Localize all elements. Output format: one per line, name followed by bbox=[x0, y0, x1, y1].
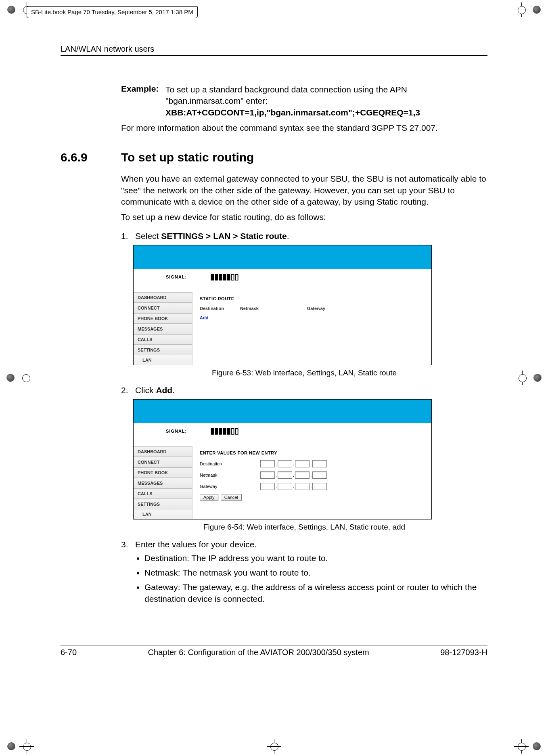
sidebar-item-calls[interactable]: CALLS bbox=[134, 488, 192, 499]
crop-cross-tr bbox=[514, 2, 529, 17]
step-2-bold: Add bbox=[156, 385, 172, 395]
ip-gw-input-1[interactable] bbox=[260, 483, 275, 490]
mock2-bluebar bbox=[134, 400, 431, 423]
step-3: 3. Enter the values for your device. Des… bbox=[121, 540, 487, 605]
sidebar-item-connect[interactable]: CONNECT bbox=[134, 457, 192, 467]
crop-cross-bl bbox=[19, 739, 34, 754]
step-1-bold: SETTINGS > LAN > Static route bbox=[161, 231, 287, 241]
sidebar-item-connect[interactable]: CONNECT bbox=[134, 303, 192, 313]
ip-mask-input-2[interactable] bbox=[278, 471, 292, 479]
sidebar-item-lan[interactable]: LAN bbox=[134, 509, 192, 519]
section-heading: 6.6.9 To set up static routing bbox=[61, 151, 487, 164]
bullet-destination: Destination: The IP address you want to … bbox=[144, 553, 487, 564]
example-label: Example: bbox=[121, 84, 165, 118]
ip-mask-input-4[interactable] bbox=[312, 471, 327, 479]
mock1-col-mask: Netmask bbox=[240, 306, 259, 311]
sidebar-item-messages[interactable]: MESSAGES bbox=[134, 324, 192, 334]
crop-ball-bl bbox=[4, 739, 19, 754]
sidebar-item-settings[interactable]: SETTINGS bbox=[134, 345, 192, 355]
crop-cross-bm bbox=[267, 739, 281, 754]
bullet-gateway: Gateway: The gateway, e.g. the address o… bbox=[144, 582, 487, 605]
mock1-signal-label: SIGNAL: bbox=[166, 274, 187, 279]
meta-bar: SB-Lite.book Page 70 Tuesday, September … bbox=[27, 6, 198, 18]
mock1-signal-row: SIGNAL: ▮▮▮▮▮▯▯ bbox=[134, 269, 431, 292]
step-3-num: 3. bbox=[121, 540, 128, 549]
figure-caption-1: Figure 6-53: Web interface, Settings, LA… bbox=[121, 369, 487, 377]
crop-ball-tl bbox=[4, 2, 19, 17]
crop-cross-ml bbox=[19, 371, 33, 385]
step-1-post: . bbox=[287, 231, 289, 241]
step-2-pre: Click bbox=[135, 385, 156, 395]
signal-bars-icon: ▮▮▮▮▮▯▯ bbox=[210, 428, 238, 433]
crop-ball-tr bbox=[529, 2, 544, 17]
mock1-bluebar bbox=[134, 245, 431, 269]
crop-cross-br bbox=[514, 739, 529, 754]
mock2-heading: ENTER VALUES FOR NEW ENTRY bbox=[200, 450, 425, 455]
add-link[interactable]: Add bbox=[200, 315, 208, 320]
sidebar-item-lan[interactable]: LAN bbox=[134, 355, 192, 365]
footer-page-num: 6-70 bbox=[61, 648, 77, 657]
step-2-num: 2. bbox=[121, 385, 128, 395]
ip-mask-input-3[interactable] bbox=[295, 471, 310, 479]
ip-dest-input-4[interactable] bbox=[312, 460, 327, 467]
ip-gw-input-3[interactable] bbox=[295, 483, 310, 490]
signal-bars-icon: ▮▮▮▮▮▯▯ bbox=[210, 274, 238, 279]
mock1-main: STATIC ROUTE Destination Netmask Gateway… bbox=[192, 292, 431, 365]
figure-caption-2: Figure 6-54: Web interface, Settings, LA… bbox=[121, 523, 487, 532]
crop-ball-ml bbox=[3, 371, 18, 385]
sidebar-item-settings[interactable]: SETTINGS bbox=[134, 499, 192, 509]
step-2: 2. Click Add. SIGNAL: ▮▮▮▮▮▯▯ DASHBOARD … bbox=[121, 385, 487, 532]
mock1-col-dest: Destination bbox=[200, 306, 224, 311]
sidebar-item-messages[interactable]: MESSAGES bbox=[134, 478, 192, 488]
mock1-table-head: Destination Netmask Gateway bbox=[200, 306, 425, 311]
step-1: 1. Select SETTINGS > LAN > Static route.… bbox=[121, 231, 487, 377]
mock2-signal-label: SIGNAL: bbox=[166, 429, 187, 433]
mock-screenshot-2: SIGNAL: ▮▮▮▮▮▯▯ DASHBOARD CONNECT PHONE … bbox=[133, 399, 432, 519]
ip-dest-input-2[interactable] bbox=[278, 460, 292, 467]
footer-rule bbox=[61, 645, 487, 645]
footer-chapter: Chapter 6: Configuration of the AVIATOR … bbox=[148, 648, 369, 657]
para-follow: To set up a new device for static routin… bbox=[121, 212, 487, 223]
para-info-syntax: For more information about the command s… bbox=[121, 122, 487, 134]
sidebar-item-phonebook[interactable]: PHONE BOOK bbox=[134, 467, 192, 478]
bullet-netmask: Netmask: The netmask you want to route t… bbox=[144, 567, 487, 578]
mock2-main: ENTER VALUES FOR NEW ENTRY Destination .… bbox=[192, 446, 431, 519]
label-netmask: Netmask bbox=[200, 473, 260, 477]
example-command: XBB:AT+CGDCONT=1,ip,"bgan.inmarsat.com";… bbox=[165, 108, 420, 117]
sidebar-item-dashboard[interactable]: DASHBOARD bbox=[134, 292, 192, 303]
sidebar-item-dashboard[interactable]: DASHBOARD bbox=[134, 446, 192, 457]
example-text: To set up a standard background data con… bbox=[165, 85, 407, 105]
cancel-button[interactable]: Cancel bbox=[221, 494, 242, 501]
ip-gw-input-2[interactable] bbox=[278, 483, 292, 490]
section-number: 6.6.9 bbox=[61, 151, 101, 164]
mock-screenshot-1: SIGNAL: ▮▮▮▮▮▯▯ DASHBOARD CONNECT PHONE … bbox=[133, 245, 432, 365]
label-gateway: Gateway bbox=[200, 484, 260, 489]
header-rule bbox=[61, 55, 487, 56]
crop-cross-mr bbox=[515, 371, 529, 385]
mock1-sidebar: DASHBOARD CONNECT PHONE BOOK MESSAGES CA… bbox=[134, 292, 192, 365]
sidebar-item-phonebook[interactable]: PHONE BOOK bbox=[134, 313, 192, 324]
example-block: Example: To set up a standard background… bbox=[121, 84, 487, 118]
crop-ball-br bbox=[529, 739, 544, 754]
crop-ball-mr bbox=[530, 371, 545, 385]
step-1-num: 1. bbox=[121, 231, 128, 241]
ip-gw-input-4[interactable] bbox=[312, 483, 327, 490]
mock2-signal-row: SIGNAL: ▮▮▮▮▮▯▯ bbox=[134, 423, 431, 446]
running-head: LAN/WLAN network users bbox=[61, 44, 487, 54]
step-1-pre: Select bbox=[135, 231, 161, 241]
ip-dest-input-3[interactable] bbox=[295, 460, 310, 467]
mock1-col-gw: Gateway bbox=[307, 306, 325, 311]
mock2-sidebar: DASHBOARD CONNECT PHONE BOOK MESSAGES CA… bbox=[134, 446, 192, 519]
ip-dest-input-1[interactable] bbox=[260, 460, 275, 467]
step-2-post: . bbox=[172, 385, 175, 395]
section-title: To set up static routing bbox=[121, 151, 254, 164]
mock1-heading: STATIC ROUTE bbox=[200, 296, 425, 301]
para-intro: When you have an external gateway connec… bbox=[121, 173, 487, 207]
apply-button[interactable]: Apply bbox=[200, 494, 218, 501]
footer-doc-id: 98-127093-H bbox=[440, 648, 487, 657]
label-destination: Destination bbox=[200, 461, 260, 466]
page-footer: 6-70 Chapter 6: Configuration of the AVI… bbox=[61, 648, 487, 657]
step-3-line: Enter the values for your device. bbox=[135, 540, 257, 549]
ip-mask-input-1[interactable] bbox=[260, 471, 275, 479]
sidebar-item-calls[interactable]: CALLS bbox=[134, 334, 192, 345]
